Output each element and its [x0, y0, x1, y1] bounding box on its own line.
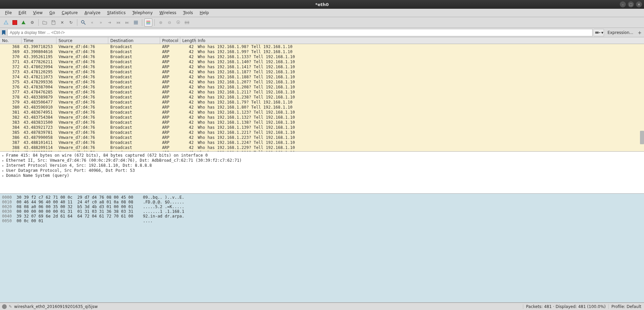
open-file-button[interactable]	[41, 18, 49, 27]
detail-tree-item[interactable]: User Datagram Protocol, Src Port: 40966,…	[2, 168, 642, 173]
go-last-button[interactable]: ⏭	[123, 18, 131, 27]
packet-row[interactable]: 37343.478120295Vmware_d7:d4:76BroadcastA…	[0, 69, 644, 74]
filter-bar: ▾ Expression... +	[0, 28, 644, 37]
packet-details-pane: Frame 415: 84 bytes on wire (672 bits), …	[0, 152, 644, 194]
packet-row[interactable]: 37643.478387004Vmware_d7:d4:76BroadcastA…	[0, 84, 644, 89]
resize-columns-button[interactable]	[183, 18, 191, 27]
packet-row[interactable]: 37543.478299336Vmware_d7:d4:76BroadcastA…	[0, 79, 644, 84]
menu-help[interactable]: Help	[197, 9, 212, 16]
detail-tree-item[interactable]: Internet Protocol Version 4, Src: 192.16…	[2, 163, 642, 168]
packet-row[interactable]: 37043.395261195Vmware_d7:d4:76BroadcastA…	[0, 54, 644, 59]
packet-row[interactable]: 38743.488101411Vmware_d7:d4:76BroadcastA…	[0, 140, 644, 145]
capture-file-edit-icon[interactable]: ✎	[9, 304, 12, 309]
stop-capture-button[interactable]	[11, 18, 19, 27]
svg-rect-3	[146, 22, 150, 23]
svg-rect-2	[146, 21, 150, 22]
save-file-button[interactable]	[49, 18, 58, 27]
expert-info-icon[interactable]	[2, 304, 7, 309]
filter-dropdown-button[interactable]: ▾	[594, 29, 604, 36]
packet-row[interactable]: 38443.483921723Vmware_d7:d4:76BroadcastA…	[0, 125, 644, 130]
packet-row[interactable]: 38843.488209114Vmware_d7:d4:76BroadcastA…	[0, 145, 644, 150]
column-header-time[interactable]: Time	[22, 37, 56, 44]
minimize-button[interactable]: –	[620, 1, 626, 7]
column-header-destination[interactable]: Destination	[108, 37, 160, 44]
menu-telephony[interactable]: Telephony	[129, 9, 156, 16]
go-back-button[interactable]: «	[88, 18, 96, 27]
menu-go[interactable]: Go	[46, 9, 58, 16]
svg-point-0	[81, 21, 84, 23]
column-header-info[interactable]: Info	[196, 37, 644, 44]
menu-analyze[interactable]: Analyze	[81, 9, 103, 16]
bookmark-icon[interactable]	[1, 30, 6, 35]
status-bar: ✎ wireshark_eth0_20160919201635_qi5jsw P…	[0, 303, 644, 310]
zoom-in-button[interactable]: ⊕	[157, 18, 165, 27]
find-packet-button[interactable]	[79, 18, 87, 27]
hex-row[interactable]: 0020 08 08 a0 06 00 35 00 32 b5 3d 4b d3…	[2, 204, 642, 209]
packet-row[interactable]: 37843.483389879Vmware_d7:d4:76BroadcastA…	[0, 94, 644, 100]
hex-row[interactable]: 0030 00 00 00 00 00 00 01 31 01 31 03 31…	[2, 209, 642, 214]
menubar: FileEditViewGoCaptureAnalyzeStatisticsTe…	[0, 9, 644, 17]
menu-tools[interactable]: Tools	[180, 9, 196, 16]
svg-line-1	[84, 23, 85, 25]
capture-options-button[interactable]: ⚙	[28, 18, 36, 27]
hex-row[interactable]: 0040 39 32 07 69 6e 2d 61 64 64 72 04 61…	[2, 214, 642, 219]
packet-row[interactable]: 38643.487990058Vmware_d7:d4:76BroadcastA…	[0, 135, 644, 140]
go-to-packet-button[interactable]: ➜	[106, 18, 114, 27]
packet-row[interactable]: 36843.390718253Vmware_d7:d4:76BroadcastA…	[0, 44, 644, 49]
packet-row[interactable]: 38243.483754384Vmware_d7:d4:76BroadcastA…	[0, 115, 644, 120]
column-header-source[interactable]: Source	[56, 37, 108, 44]
menu-file[interactable]: File	[2, 9, 15, 16]
display-filter-input[interactable]	[7, 29, 593, 36]
packet-row[interactable]: 38143.483674951Vmware_d7:d4:76BroadcastA…	[0, 110, 644, 115]
hex-row[interactable]: 0000 30 39 f2 c7 62 71 00 0c 29 d7 d4 76…	[2, 195, 642, 200]
packet-row[interactable]: 37243.478023994Vmware_d7:d4:76BroadcastA…	[0, 64, 644, 69]
colorize-button[interactable]	[144, 18, 152, 27]
hex-row[interactable]: 0050 00 0c 00 01 ....	[2, 219, 642, 223]
stop-icon	[12, 20, 17, 25]
toolbar: ⚙ ✕ ↻ « » ➜ ⏮ ⏭ ⊕ ⊖ ⦿	[0, 17, 644, 28]
scrollbar-thumb[interactable]	[640, 131, 644, 144]
menu-wireless[interactable]: Wireless	[156, 9, 179, 16]
window-title: *eth0	[315, 2, 329, 7]
zoom-reset-button[interactable]: ⦿	[174, 18, 182, 27]
packet-row[interactable]: 37443.478211073Vmware_d7:d4:76BroadcastA…	[0, 74, 644, 79]
packet-row[interactable]: 38943.488355183Vmware_d7:d4:76BroadcastA…	[0, 150, 644, 151]
maximize-button[interactable]: □	[628, 1, 634, 7]
menu-capture[interactable]: Capture	[59, 9, 81, 16]
packet-row[interactable]: 37943.483506477Vmware_d7:d4:76BroadcastA…	[0, 100, 644, 105]
close-button[interactable]: ✕	[636, 1, 642, 7]
packet-row[interactable]: 38543.487839781Vmware_d7:d4:76BroadcastA…	[0, 130, 644, 135]
go-first-button[interactable]: ⏮	[114, 18, 122, 27]
status-packets: Packets: 481 · Displayed: 481 (100.0%)	[523, 304, 609, 309]
restart-capture-button[interactable]	[20, 18, 28, 27]
packet-row[interactable]: 37743.478476285Vmware_d7:d4:76BroadcastA…	[0, 89, 644, 94]
hex-row[interactable]: 0010 00 46 44 96 40 00 40 11 24 4f c0 a8…	[2, 200, 642, 204]
status-profile[interactable]: Profile: Default	[609, 304, 644, 309]
add-filter-button[interactable]: +	[637, 30, 643, 36]
menu-view[interactable]: View	[30, 9, 45, 16]
close-file-button[interactable]: ✕	[58, 18, 66, 27]
zoom-out-button[interactable]: ⊖	[165, 18, 174, 27]
column-header-length[interactable]: Length	[180, 37, 196, 44]
packet-row[interactable]: 38343.483831500Vmware_d7:d4:76BroadcastA…	[0, 120, 644, 125]
detail-tree-item[interactable]: Ethernet II, Src: Vmware_d7:d4:76 (00:0c…	[2, 158, 642, 163]
menu-edit[interactable]: Edit	[15, 9, 29, 16]
packet-row[interactable]: 38043.483596910Vmware_d7:d4:76BroadcastA…	[0, 105, 644, 110]
detail-tree-item[interactable]: Frame 415: 84 bytes on wire (672 bits), …	[2, 153, 642, 158]
expression-button[interactable]: Expression...	[605, 29, 635, 36]
reload-button[interactable]: ↻	[67, 18, 75, 27]
column-header-no[interactable]: No.	[0, 37, 22, 44]
autoscroll-button[interactable]	[132, 18, 140, 27]
packet-list-header: No. Time Source Destination Protocol Len…	[0, 37, 644, 44]
detail-tree-item[interactable]: Domain Name System (query)	[2, 173, 642, 178]
menu-statistics[interactable]: Statistics	[104, 9, 129, 16]
shark-fin-icon[interactable]	[2, 18, 10, 27]
column-header-protocol[interactable]: Protocol	[160, 37, 180, 44]
svg-rect-4	[146, 24, 150, 24]
packet-row[interactable]: 37143.477826211Vmware_d7:d4:76BroadcastA…	[0, 59, 644, 64]
packet-list-pane: No. Time Source Destination Protocol Len…	[0, 37, 644, 152]
packet-bytes-pane: 0000 30 39 f2 c7 62 71 00 0c 29 d7 d4 76…	[0, 194, 644, 303]
go-forward-button[interactable]: »	[97, 18, 105, 27]
packet-row[interactable]: 36943.390804616Vmware_d7:d4:76BroadcastA…	[0, 49, 644, 54]
status-file: wireshark_eth0_20160919201635_qi5jsw	[14, 304, 98, 309]
